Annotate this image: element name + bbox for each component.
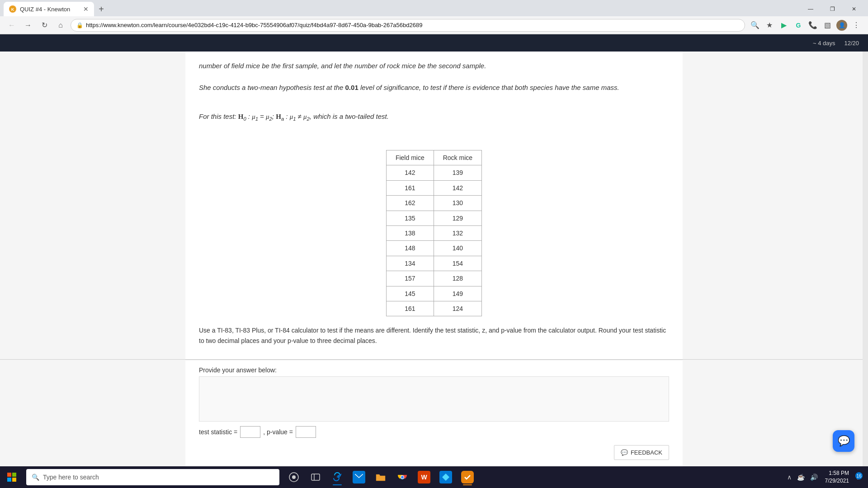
skype-icon[interactable]: 📞 <box>807 19 819 32</box>
test-statistic-input[interactable] <box>240 426 260 438</box>
mail-button[interactable] <box>349 467 369 487</box>
address-bar: ← → ↻ ⌂ 🔒 https://www.knewton.com/learn/… <box>0 16 868 34</box>
start-button[interactable] <box>0 466 24 488</box>
back-button[interactable]: ← <box>5 19 18 32</box>
lock-icon: 🔒 <box>76 22 83 28</box>
tab-title: QUIZ #4 - Knewton <box>20 6 70 13</box>
intro-text-2: She conducts a two-mean hypothesis test … <box>199 82 669 93</box>
intro-text-1: number of field mice be the first sample… <box>199 61 669 71</box>
chat-widget-button[interactable]: 💬 <box>833 430 854 452</box>
tab-favicon: K <box>9 5 16 13</box>
hypothesis-line: For this test: H0 : μ1 = μ2; Ha : μ1 ≠ μ… <box>199 111 669 123</box>
col-header-rock-mice: Rock mice <box>434 150 481 165</box>
svg-rect-4 <box>7 478 11 482</box>
task-view-button[interactable] <box>284 467 304 487</box>
taskbar-search-icon: 🔍 <box>32 474 39 481</box>
notification-badge: 16 <box>855 472 863 479</box>
svg-rect-2 <box>7 473 11 477</box>
clock-date: 7/29/2021 <box>825 477 849 485</box>
main-content: number of field mice be the first sample… <box>0 52 868 466</box>
close-button[interactable]: ✕ <box>844 2 864 16</box>
table-row: 142139 <box>386 165 481 180</box>
feedback-icon: 💬 <box>621 449 628 456</box>
edge-browser-button[interactable] <box>327 467 347 487</box>
reload-button[interactable]: ↻ <box>38 19 51 32</box>
settings-icon[interactable]: ⋮ <box>850 19 863 32</box>
azure-button[interactable] <box>436 467 456 487</box>
table-row: 148140 <box>386 241 481 256</box>
clock-time: 1:58 PM <box>825 469 849 477</box>
svg-rect-3 <box>12 473 16 477</box>
extensions-icon[interactable]: ▧ <box>821 19 834 32</box>
countdown-label: ~ 4 days <box>813 40 835 47</box>
chrome-button[interactable] <box>392 467 412 487</box>
svg-text:K: K <box>11 7 14 12</box>
svg-point-13 <box>401 476 404 479</box>
table-row: 162130 <box>386 196 481 211</box>
office-button[interactable]: W <box>414 467 434 487</box>
svg-rect-15 <box>463 473 472 482</box>
taskbar-apps: W <box>280 467 481 487</box>
answer-box <box>199 376 669 422</box>
tab-close-button[interactable]: ✕ <box>83 5 89 13</box>
scrollbar[interactable] <box>863 52 868 466</box>
svg-marker-14 <box>442 474 449 481</box>
feedback-label: FEEDBACK <box>631 449 662 456</box>
network-icon[interactable]: ☕ <box>795 472 807 483</box>
minimize-button[interactable]: — <box>800 2 821 16</box>
sound-icon[interactable]: 🔊 <box>808 472 820 483</box>
data-table: Field mice Rock mice 1421391611421621301… <box>386 150 482 316</box>
search-icon[interactable]: 🔍 <box>749 19 761 32</box>
url-box[interactable]: 🔒 https://www.knewton.com/learn/course/4… <box>71 19 745 32</box>
user-avatar[interactable]: 👤 <box>835 19 848 32</box>
taskbar-search-box[interactable]: 🔍 Type here to search <box>26 469 279 485</box>
table-row: 161142 <box>386 180 481 195</box>
table-row: 161124 <box>386 301 481 316</box>
url-text: https://www.knewton.com/learn/course/4e0… <box>86 22 739 28</box>
test-statistic-label: test statistic = <box>199 428 237 436</box>
new-tab-button[interactable]: + <box>94 2 108 16</box>
notification-area[interactable]: ☍ 16 <box>854 473 864 481</box>
progress-label: 12/20 <box>844 40 859 47</box>
svg-point-7 <box>292 475 296 479</box>
taskbar-search-placeholder: Type here to search <box>43 474 99 481</box>
taskbar-clock[interactable]: 1:58 PM 7/29/2021 <box>821 468 853 487</box>
table-row: 134154 <box>386 256 481 271</box>
browser-tab[interactable]: K QUIZ #4 - Knewton ✕ <box>4 2 94 16</box>
forward-button[interactable]: → <box>22 19 34 32</box>
p-value-label: , p-value = <box>263 428 293 436</box>
answer-inputs: test statistic = , p-value = <box>185 422 683 445</box>
home-button[interactable]: ⌂ <box>54 19 67 32</box>
bookmark-icon[interactable]: ★ <box>763 19 776 32</box>
provide-answer-label: Provide your answer below: <box>185 360 683 376</box>
svg-rect-5 <box>12 478 16 482</box>
table-row: 138132 <box>386 225 481 240</box>
task-app-button[interactable] <box>458 467 477 487</box>
grammarly-icon[interactable]: G <box>792 19 805 32</box>
media-icon[interactable]: ▶ <box>778 19 790 32</box>
chevron-up-icon[interactable]: ∧ <box>785 472 793 483</box>
table-row: 157128 <box>386 271 481 286</box>
problem-card: number of field mice be the first sample… <box>185 52 683 359</box>
p-value-input[interactable] <box>296 426 316 438</box>
svg-rect-8 <box>311 474 320 480</box>
file-explorer-button[interactable] <box>371 467 391 487</box>
instructions-text: Use a TI-83, TI-83 Plus, or TI-84 calcul… <box>199 325 669 346</box>
table-row: 145149 <box>386 286 481 301</box>
knewton-nav-bar: ~ 4 days 12/20 <box>0 34 868 52</box>
taskbar: 🔍 Type here to search <box>0 466 868 488</box>
taskbar-right: ∧ ☕ 🔊 1:58 PM 7/29/2021 ☍ 16 <box>785 468 868 487</box>
col-header-field-mice: Field mice <box>386 150 434 165</box>
table-row: 135129 <box>386 211 481 225</box>
maximize-button[interactable]: ❐ <box>822 2 843 16</box>
feedback-row: 💬 FEEDBACK <box>185 445 683 466</box>
feedback-button[interactable]: 💬 FEEDBACK <box>614 445 669 460</box>
answer-section: Provide your answer below: test statisti… <box>185 360 683 466</box>
snip-sketch-button[interactable] <box>306 467 326 487</box>
